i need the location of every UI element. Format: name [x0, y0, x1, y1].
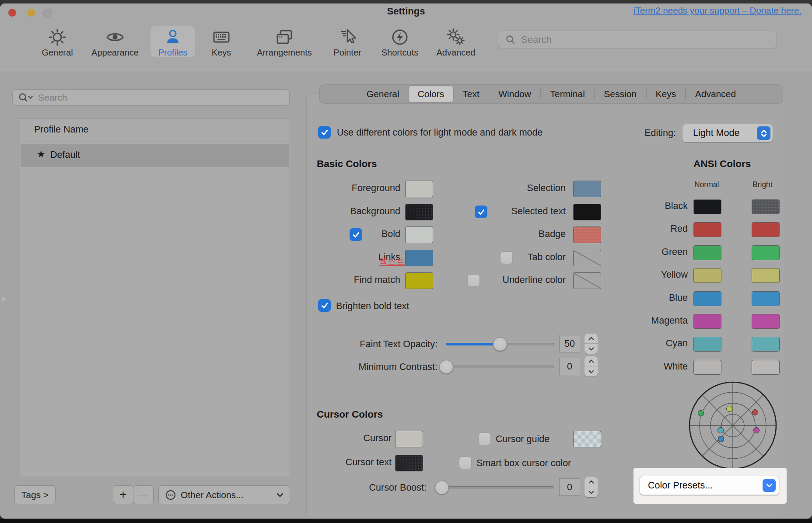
ansi-blue-bright-swatch[interactable]	[752, 291, 780, 306]
ansi-green-label: Green	[608, 247, 688, 258]
tab-text[interactable]: Text	[453, 84, 489, 104]
links-swatch[interactable]	[405, 250, 433, 266]
tab-window[interactable]: Window	[489, 84, 540, 104]
toolbar-item-general[interactable]: General	[31, 27, 84, 58]
ansi-white-normal-swatch[interactable]	[693, 360, 721, 375]
minimize-traffic-light[interactable]	[27, 9, 35, 17]
cursor-boost-slider-track[interactable]	[434, 486, 554, 489]
close-traffic-light[interactable]	[8, 9, 16, 17]
selected-text-swatch[interactable]	[573, 204, 601, 220]
ansi-white-bright-swatch[interactable]	[752, 360, 780, 375]
smart-box-cursor-checkbox[interactable]	[459, 457, 472, 469]
donate-link[interactable]: iTerm2 needs your support – Donate here.	[591, 5, 802, 16]
cursor-text-label: Cursor text	[306, 457, 392, 468]
stepper-up-icon[interactable]	[584, 334, 598, 344]
background-label: Background	[306, 206, 400, 217]
min-contrast-value[interactable]: 0	[559, 358, 580, 375]
ansi-cyan-normal-swatch[interactable]	[693, 337, 721, 352]
search-filter-icon	[18, 93, 34, 103]
find-match-label: Find match	[306, 275, 400, 286]
editing-label: Editing:	[621, 128, 676, 139]
profile-row-default[interactable]: ★ Default	[21, 144, 289, 167]
background-swatch[interactable]	[405, 204, 433, 220]
min-contrast-slider-knob[interactable]	[439, 360, 453, 374]
ansi-black-normal-swatch[interactable]	[693, 199, 721, 214]
ansi-yellow-label: Yellow	[608, 269, 688, 280]
ansi-green-bright-swatch[interactable]	[752, 245, 780, 260]
stepper-up-icon[interactable]	[584, 356, 598, 366]
ansi-green-normal-swatch[interactable]	[693, 245, 721, 260]
toolbar-search[interactable]	[498, 31, 777, 49]
ansi-red-normal-swatch[interactable]	[693, 222, 721, 237]
tags-button[interactable]: Tags >	[14, 485, 56, 504]
cursor-guide-swatch[interactable]	[573, 431, 601, 447]
color-presets-dropdown[interactable]: Color Presets...	[640, 476, 779, 495]
foreground-swatch[interactable]	[405, 181, 433, 197]
min-contrast-stepper[interactable]	[584, 356, 598, 377]
profile-search-input[interactable]	[37, 92, 260, 103]
toolbar-item-keys[interactable]: Keys	[195, 27, 248, 58]
use-different-colors-checkbox[interactable]	[318, 126, 331, 139]
ansi-magenta-normal-swatch[interactable]	[693, 314, 721, 329]
tab-advanced[interactable]: Advanced	[686, 84, 745, 104]
toolbar-label: Profiles	[147, 48, 199, 58]
remove-profile-button: —	[133, 485, 154, 504]
cursor-boost-stepper[interactable]	[584, 477, 598, 497]
tab-colors[interactable]: Colors	[409, 86, 454, 102]
tab-session[interactable]: Session	[595, 84, 646, 104]
selection-swatch[interactable]	[573, 181, 601, 197]
stepper-up-icon[interactable]	[584, 477, 598, 487]
faint-opacity-value[interactable]: 50	[559, 335, 580, 352]
ansi-cyan-bright-swatch[interactable]	[752, 337, 780, 352]
cursor-boost-label: Cursor Boost:	[306, 482, 427, 493]
ansi-black-bright-swatch[interactable]	[752, 199, 780, 214]
ansi-blue-normal-swatch[interactable]	[693, 291, 721, 306]
cursor-swatch[interactable]	[395, 431, 423, 447]
min-contrast-slider-track[interactable]	[441, 366, 554, 368]
tab-keys[interactable]: Keys	[647, 84, 686, 104]
brighten-bold-checkbox[interactable]	[318, 299, 331, 312]
color-presets-label: Color Presets...	[648, 480, 713, 491]
tab-color-swatch[interactable]	[573, 250, 601, 266]
check-icon	[321, 303, 328, 309]
ansi-yellow-bright-swatch[interactable]	[752, 268, 780, 283]
toolbar-item-shortcuts[interactable]: Shortcuts	[374, 27, 426, 58]
cursor-text-swatch[interactable]	[395, 455, 423, 471]
tab-terminal[interactable]: Terminal	[541, 84, 594, 104]
toolbar-item-arrangements[interactable]: Arrangements	[252, 27, 317, 58]
profile-name: Default	[50, 150, 80, 160]
desktop-strip	[0, 519, 812, 523]
stepper-down-icon[interactable]	[584, 487, 598, 497]
tab-general[interactable]: General	[357, 84, 409, 104]
ansi-yellow-normal-swatch[interactable]	[693, 268, 721, 283]
badge-swatch[interactable]	[573, 227, 601, 243]
cursor-boost-slider-knob[interactable]	[435, 481, 449, 495]
toolbar-item-profiles[interactable]: Profiles	[147, 27, 199, 58]
stepper-down-icon[interactable]	[584, 344, 598, 354]
other-actions-menu[interactable]: Other Actions...	[158, 485, 290, 504]
add-profile-button[interactable]: +	[113, 485, 133, 504]
toolbar-search-input[interactable]	[520, 34, 745, 46]
ansi-red-label: Red	[608, 223, 688, 234]
ansi-red-bright-swatch[interactable]	[752, 222, 780, 237]
toolbar-item-advanced[interactable]: Advanced	[430, 27, 482, 58]
wheel-dot-green	[698, 410, 704, 416]
selection-label: Selection	[464, 183, 566, 194]
stepper-down-icon[interactable]	[584, 366, 598, 377]
profile-search[interactable]	[12, 89, 290, 106]
faint-opacity-slider-knob[interactable]	[493, 337, 507, 351]
toolbar-item-appearance[interactable]: Appearance	[89, 27, 141, 58]
toolbar-label: Arrangements	[252, 48, 317, 58]
cursor-boost-value[interactable]: 0	[559, 478, 580, 496]
cursor-guide-checkbox[interactable]	[478, 432, 491, 445]
foreground-label: Foreground	[306, 183, 400, 194]
editing-popup[interactable]: Light Mode	[682, 124, 773, 142]
popup-stepper-icon	[757, 126, 770, 140]
annotation-text: 텍스트	[379, 256, 405, 268]
bold-swatch[interactable]	[405, 227, 433, 243]
faint-opacity-stepper[interactable]	[584, 334, 598, 354]
ansi-magenta-bright-swatch[interactable]	[752, 314, 780, 329]
find-match-swatch[interactable]	[405, 272, 433, 289]
toolbar-item-pointer[interactable]: Pointer	[321, 27, 374, 58]
underline-color-swatch[interactable]	[573, 272, 601, 289]
